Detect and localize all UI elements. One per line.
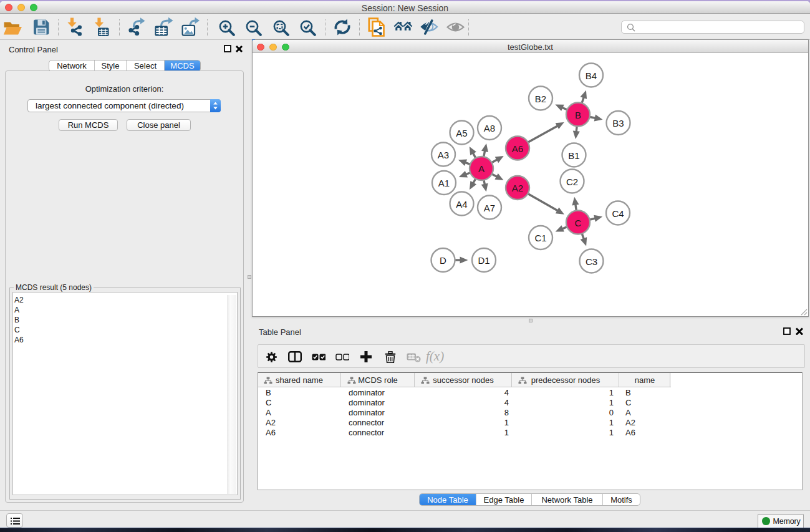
svg-text:A: A: [478, 163, 485, 174]
svg-text:D1: D1: [478, 255, 489, 266]
svg-text:A5: A5: [456, 128, 467, 138]
svg-text:A3: A3: [438, 150, 449, 160]
svg-text:A8: A8: [484, 123, 495, 133]
svg-text:D: D: [440, 255, 446, 266]
svg-text:C2: C2: [566, 177, 578, 187]
svg-text:A7: A7: [484, 203, 495, 213]
svg-text:A2: A2: [512, 183, 523, 193]
svg-text:B1: B1: [568, 150, 579, 161]
svg-text:A4: A4: [456, 199, 467, 210]
svg-text:B: B: [575, 110, 581, 120]
svg-text:B2: B2: [535, 94, 546, 104]
svg-text:C: C: [575, 218, 582, 228]
svg-text:C3: C3: [586, 256, 597, 267]
svg-text:A1: A1: [438, 178, 450, 188]
svg-text:C1: C1: [534, 233, 546, 243]
svg-text:C4: C4: [612, 208, 624, 219]
svg-text:B4: B4: [586, 70, 597, 81]
svg-text:A6: A6: [512, 143, 523, 154]
svg-text:B3: B3: [612, 118, 624, 128]
